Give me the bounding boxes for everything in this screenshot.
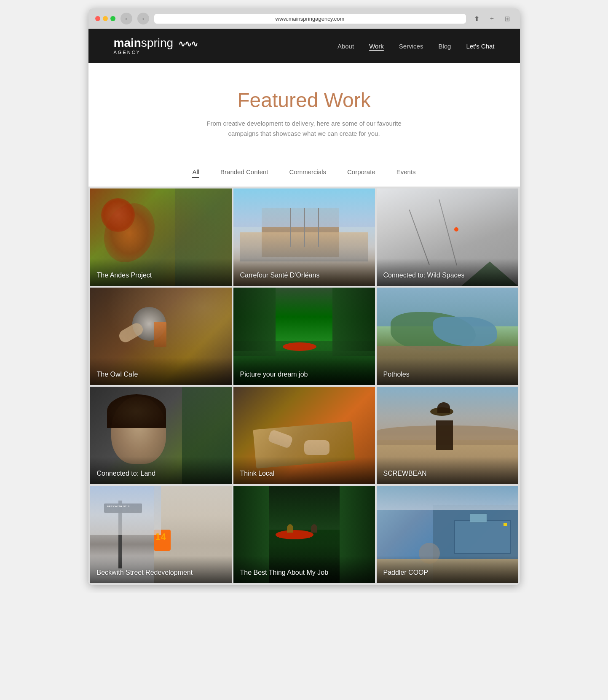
portfolio-item-overlay: Connected to: Land bbox=[90, 457, 232, 484]
nav-lets-chat[interactable]: Let's Chat bbox=[466, 43, 494, 50]
portfolio-item-title: Potholes bbox=[383, 370, 512, 379]
portfolio-item-overlay: Connected to: Wild Spaces bbox=[377, 258, 518, 286]
portfolio-item-carrefour[interactable]: Carrefour Santé D'Orléans bbox=[233, 188, 375, 286]
portfolio-item-paddler[interactable]: Paddler COOP bbox=[377, 486, 518, 583]
portfolio-item-bestjob[interactable]: The Best Thing About My Job bbox=[233, 486, 375, 583]
address-bar[interactable]: www.mainspringagency.com bbox=[154, 14, 466, 24]
window-controls bbox=[95, 16, 115, 21]
portfolio-item-andes[interactable]: The Andes Project bbox=[90, 188, 232, 286]
portfolio-item-overlay: SCREWBEAN bbox=[377, 457, 518, 484]
portfolio-item-title: SCREWBEAN bbox=[383, 469, 512, 478]
portfolio-item-title: Think Local bbox=[240, 469, 368, 478]
filter-corporate[interactable]: Corporate bbox=[347, 168, 375, 178]
nav-about[interactable]: About bbox=[337, 43, 354, 50]
portfolio-item-land[interactable]: Connected to: Land bbox=[90, 387, 232, 484]
portfolio-item-owl[interactable]: The Owl Cafe bbox=[90, 288, 232, 385]
grid-icon[interactable]: ⊞ bbox=[501, 13, 513, 24]
maximize-button[interactable] bbox=[110, 16, 115, 21]
portfolio-item-overlay: Picture your dream job bbox=[233, 358, 375, 385]
minimize-button[interactable] bbox=[103, 16, 108, 21]
hero-subtitle: From creative development to delivery, h… bbox=[199, 118, 410, 139]
browser-window: ‹ › www.mainspringagency.com ⬆ + ⊞ mains… bbox=[88, 8, 520, 585]
filter-events[interactable]: Events bbox=[396, 168, 416, 178]
portfolio-item-title: Beckwith Street Redevelopment bbox=[97, 568, 225, 577]
close-button[interactable] bbox=[95, 16, 100, 21]
portfolio-item-title: The Best Thing About My Job bbox=[240, 568, 368, 577]
portfolio-item-title: Carrefour Santé D'Orléans bbox=[240, 271, 368, 280]
main-nav: About Work Services Blog Let's Chat bbox=[337, 43, 495, 50]
portfolio-item-overlay: Carrefour Santé D'Orléans bbox=[233, 258, 375, 286]
portfolio-item-title: Paddler COOP bbox=[383, 568, 512, 577]
portfolio-item-thinklocal[interactable]: Think Local bbox=[233, 387, 375, 484]
filter-all[interactable]: All bbox=[192, 168, 199, 178]
filter-tabs: All Branded Content Commercials Corporat… bbox=[88, 156, 520, 187]
hero-section: Featured Work From creative development … bbox=[88, 63, 520, 156]
nav-blog[interactable]: Blog bbox=[438, 43, 451, 50]
portfolio-item-overlay: Potholes bbox=[377, 358, 518, 385]
portfolio-item-beckwith[interactable]: BECKWITH ST S 14 Beckwith Street Redevel… bbox=[90, 486, 232, 583]
portfolio-item-title: Connected to: Wild Spaces bbox=[383, 271, 512, 280]
portfolio-item-overlay: Beckwith Street Redevelopment bbox=[90, 556, 232, 583]
logo-sub-text: AGENCY bbox=[114, 50, 197, 55]
portfolio-grid: The Andes Project bbox=[88, 187, 520, 585]
portfolio-item-title: The Owl Cafe bbox=[97, 370, 225, 379]
portfolio-item-wildspaces[interactable]: Connected to: Wild Spaces bbox=[377, 188, 518, 286]
website-content: mainspring ∿∿∿ AGENCY About Work Service… bbox=[88, 29, 520, 585]
filter-commercials[interactable]: Commercials bbox=[289, 168, 327, 178]
browser-actions: ⬆ + ⊞ bbox=[471, 13, 513, 24]
portfolio-item-overlay: The Andes Project bbox=[90, 258, 232, 286]
new-tab-icon[interactable]: + bbox=[486, 13, 498, 24]
logo-main-text: mainspring ∿∿∿ bbox=[114, 37, 197, 49]
portfolio-item-overlay: The Best Thing About My Job bbox=[233, 556, 375, 583]
browser-titlebar: ‹ › www.mainspringagency.com ⬆ + ⊞ bbox=[88, 8, 520, 29]
share-icon[interactable]: ⬆ bbox=[471, 13, 483, 24]
hero-title: Featured Work bbox=[105, 89, 503, 112]
portfolio-item-dreamjob[interactable]: Picture your dream job bbox=[233, 288, 375, 385]
site-header: mainspring ∿∿∿ AGENCY About Work Service… bbox=[88, 29, 520, 63]
forward-button[interactable]: › bbox=[137, 13, 149, 24]
portfolio-item-screwbean[interactable]: SCREWBEAN bbox=[377, 387, 518, 484]
portfolio-item-title: The Andes Project bbox=[97, 271, 225, 280]
back-button[interactable]: ‹ bbox=[121, 13, 132, 24]
nav-work[interactable]: Work bbox=[369, 43, 384, 50]
nav-services[interactable]: Services bbox=[399, 43, 423, 50]
portfolio-item-title: Picture your dream job bbox=[240, 370, 368, 379]
portfolio-item-title: Connected to: Land bbox=[97, 469, 225, 478]
portfolio-item-overlay: Paddler COOP bbox=[377, 556, 518, 583]
portfolio-item-potholes[interactable]: Potholes bbox=[377, 288, 518, 385]
portfolio-item-overlay: Think Local bbox=[233, 457, 375, 484]
filter-branded-content[interactable]: Branded Content bbox=[220, 168, 268, 178]
logo-text: mainspring ∿∿∿ bbox=[114, 37, 197, 49]
portfolio-item-overlay: The Owl Cafe bbox=[90, 358, 232, 385]
site-logo[interactable]: mainspring ∿∿∿ AGENCY bbox=[114, 37, 197, 55]
